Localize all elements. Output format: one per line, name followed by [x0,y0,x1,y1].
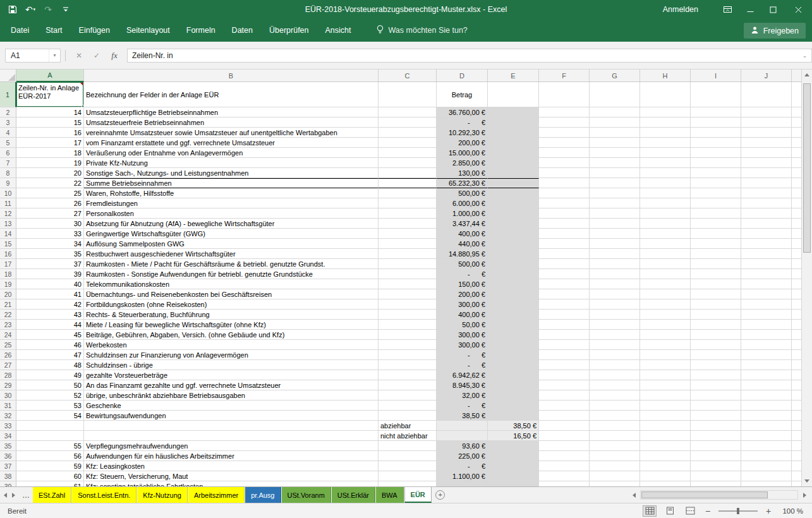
cell-F16[interactable] [539,249,590,259]
cell-B14[interactable]: Geringwertige Wirtschaftsgüter (GWG) [84,229,379,239]
cell-D3[interactable]: - € [437,117,488,128]
cell-D2[interactable]: 36.760,00 € [437,107,488,117]
cell-I11[interactable] [691,198,741,208]
cell-B25[interactable]: Werbekosten [84,340,379,350]
cell-A28[interactable]: 49 [16,370,84,380]
cell-I6[interactable] [691,148,741,158]
cell-F37[interactable] [539,461,590,471]
column-header-B[interactable]: B [84,69,379,82]
cell-G4[interactable] [590,128,640,138]
cell-F25[interactable] [539,340,590,350]
cell-I25[interactable] [691,340,741,350]
cell-H11[interactable] [640,198,691,208]
cell-B9[interactable]: Summe Betriebseinnahmen [84,178,379,188]
cell-C1[interactable] [379,82,437,107]
cell-H36[interactable] [640,451,691,461]
cell-J28[interactable] [741,370,792,380]
cell-B37[interactable]: Kfz: Leasingkosten [84,461,379,471]
cell-I5[interactable] [691,138,741,148]
name-box-caret-icon[interactable]: ▾ [49,49,60,62]
row-header-35[interactable]: 35 [0,441,16,451]
row-header-36[interactable]: 36 [0,451,16,461]
sheet-tab-ust-erklaer[interactable]: USt.Erklär [332,487,375,503]
share-button[interactable]: Freigeben [744,23,806,39]
cell-G19[interactable] [590,279,640,289]
cell-B10[interactable]: Waren, Rohstoffe, Hilfsstoffe [84,188,379,198]
row-header-16[interactable]: 16 [0,249,16,259]
cell-B11[interactable]: Fremdleistungen [84,198,379,208]
redo-button[interactable]: ↷ [40,1,56,18]
cell-B4[interactable]: vereinnahmte Umsatzsteuer sowie Umsatzst… [84,128,379,138]
cell-B38[interactable]: Kfz: Steuern, Versicherung, Maut [84,471,379,481]
cell-J33[interactable] [741,421,792,431]
cell-E5[interactable] [488,138,539,148]
cell-C30[interactable] [379,390,437,401]
cell-E32[interactable] [488,411,539,421]
cell-F7[interactable] [539,158,590,168]
cell-H5[interactable] [640,138,691,148]
cell-E9[interactable] [488,178,539,188]
cell-F4[interactable] [539,128,590,138]
column-header-J[interactable]: J [741,69,792,82]
cell-H13[interactable] [640,219,691,229]
cell-G16[interactable] [590,249,640,259]
cell-H14[interactable] [640,229,691,239]
cell-F29[interactable] [539,380,590,390]
cell-B16[interactable]: Restbuchwert ausgeschiedener Wirtschafts… [84,249,379,259]
cell-G3[interactable] [590,117,640,128]
cell-D27[interactable]: - € [437,360,488,370]
sheet-tab-ust-voranm[interactable]: USt.Voranm [282,487,331,503]
cell-I18[interactable] [691,269,741,279]
cell-I17[interactable] [691,259,741,269]
cell-A39[interactable]: 61 [16,481,84,486]
cell-A20[interactable]: 41 [16,289,84,299]
row-header-23[interactable]: 23 [0,320,16,330]
cell-F39[interactable] [539,481,590,486]
cell-D38[interactable]: 1.100,00 € [437,471,488,481]
cell-F35[interactable] [539,441,590,451]
cell-B39[interactable]: Kfz: sonstige tatsächliche Fahrtkosten [84,481,379,486]
cell-B26[interactable]: Schuldzinsen zur Finanzierung von Anlage… [84,350,379,360]
cell-G30[interactable] [590,390,640,401]
cell-C32[interactable] [379,411,437,421]
cell-J10[interactable] [741,188,792,198]
row-header-7[interactable]: 7 [0,158,16,168]
row-header-13[interactable]: 13 [0,219,16,229]
cell-B24[interactable]: Beiträge, Gebühren, Abgaben, Versich. (o… [84,330,379,340]
cell-H7[interactable] [640,158,691,168]
cell-F30[interactable] [539,390,590,401]
cell-J4[interactable] [741,128,792,138]
cell-H22[interactable] [640,310,691,320]
cell-D8[interactable]: 130,00 € [437,168,488,178]
cell-A5[interactable]: 17 [16,138,84,148]
cell-E2[interactable] [488,107,539,117]
maximize-button[interactable] [761,0,784,19]
cell-B6[interactable]: Veräußerung oder Entnahme von Anlageverm… [84,148,379,158]
cell-H27[interactable] [640,360,691,370]
cell-E38[interactable] [488,471,539,481]
cell-A38[interactable]: 60 [16,471,84,481]
cell-C14[interactable] [379,229,437,239]
cell-B15[interactable]: Auflösung Sammelposten GWG [84,239,379,249]
cell-D6[interactable]: 15.000,00 € [437,148,488,158]
cell-C7[interactable] [379,158,437,168]
cell-F26[interactable] [539,350,590,360]
cell-H12[interactable] [640,208,691,219]
cell-F23[interactable] [539,320,590,330]
cell-G31[interactable] [590,401,640,411]
cell-I20[interactable] [691,289,741,299]
cell-J17[interactable] [741,259,792,269]
cell-F1[interactable] [539,82,590,107]
cell-C27[interactable] [379,360,437,370]
cell-F8[interactable] [539,168,590,178]
cell-G27[interactable] [590,360,640,370]
cell-D14[interactable]: 400,00 € [437,229,488,239]
save-icon[interactable] [5,1,20,18]
cell-J36[interactable] [741,451,792,461]
cell-G24[interactable] [590,330,640,340]
ribbon-tab-formeln[interactable]: Formeln [178,19,224,42]
cell-H23[interactable] [640,320,691,330]
cell-A25[interactable]: 46 [16,340,84,350]
cell-A11[interactable]: 26 [16,198,84,208]
cell-I13[interactable] [691,219,741,229]
